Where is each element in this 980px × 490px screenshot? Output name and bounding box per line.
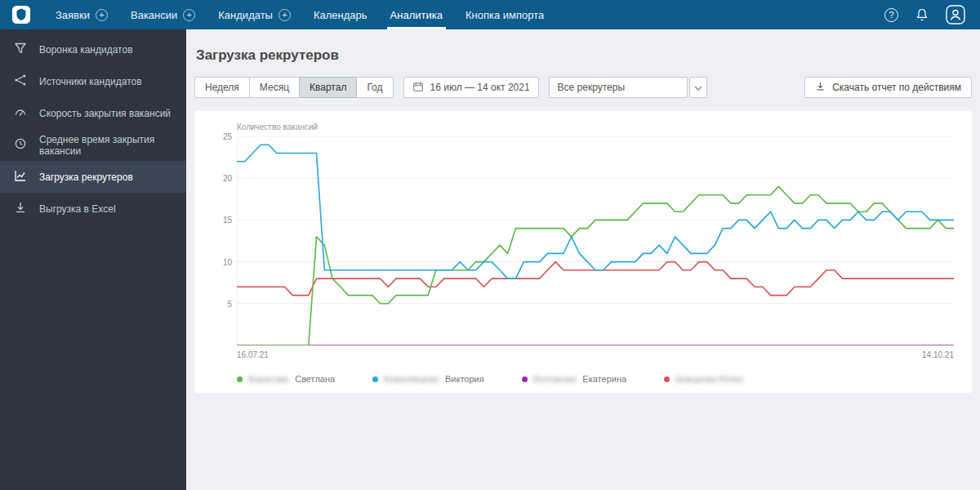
report-toolbar: Неделя Месяц Квартал Год 16 июл — 14 окт…: [194, 77, 972, 98]
recruiter-select-dropdown-button[interactable]: [689, 77, 707, 98]
legend-dot: [522, 376, 528, 382]
date-range-value: 16 июл — 14 окт 2021: [430, 82, 530, 93]
nav-item-analytics[interactable]: Аналитика: [379, 0, 454, 29]
download-report-button[interactable]: Скачать отчет по действиям: [804, 77, 972, 98]
sidebar-item-label: Выгрузка в Excel: [39, 203, 116, 215]
legend-label-blurred: Колтакова: [533, 374, 577, 384]
nav-item-label: Календарь: [314, 9, 368, 21]
nav-item-import[interactable]: Кнопка импорта: [454, 0, 555, 29]
calendar-icon: [412, 81, 424, 95]
plus-icon[interactable]: +: [96, 9, 108, 21]
x-axis-labels: 16.07.21 14.10.21: [237, 350, 954, 359]
sidebar-item-recruiter-load[interactable]: Загрузка рекрутеров: [0, 161, 186, 193]
chevron-down-icon: [694, 82, 702, 93]
plus-icon[interactable]: +: [278, 9, 291, 21]
nav-item-label: Кнопка импорта: [466, 9, 544, 21]
user-avatar[interactable]: [946, 5, 965, 24]
nav-item-calendar[interactable]: Календарь: [302, 0, 379, 29]
legend-dot: [237, 376, 243, 382]
legend-dot: [372, 376, 378, 382]
nav-item-requests[interactable]: Заявки +: [44, 0, 119, 29]
clock-icon: [14, 137, 27, 153]
legend-label: Светлана: [295, 374, 335, 384]
page-title: Загрузка рекрутеров: [196, 47, 972, 64]
line-chart: 510152025: [237, 136, 954, 345]
chart-legend: Борисова Светлана Ковалевцева Виктория К…: [237, 374, 954, 384]
download-icon: [815, 81, 826, 94]
sidebar-item-excel-export[interactable]: Выгрузка в Excel: [0, 193, 186, 225]
sidebar-item-closing-speed[interactable]: Скорость закрытия вакансий: [0, 97, 186, 129]
period-month-button[interactable]: Месяц: [249, 77, 300, 98]
plus-icon[interactable]: +: [183, 9, 195, 21]
nav-item-candidates[interactable]: Кандидаты +: [207, 0, 302, 29]
chart-svg: [237, 136, 954, 345]
legend-dot: [664, 376, 670, 382]
legend-label-blurred: Ковалевцева: [384, 374, 439, 384]
y-tick-label: 15: [211, 216, 232, 225]
analytics-sidebar: Воронка кандидатов Источники кандидатов …: [0, 29, 186, 490]
chart-y-axis-title: Количество вакансий: [237, 122, 954, 131]
sidebar-item-candidate-sources[interactable]: Источники кандидатов: [0, 65, 186, 97]
legend-item[interactable]: Шакурова Юлия: [664, 374, 750, 384]
x-axis-end-label: 14.10.21: [922, 350, 954, 359]
bell-icon[interactable]: [915, 7, 929, 22]
date-range-picker[interactable]: 16 июл — 14 окт 2021: [403, 77, 539, 98]
legend-label-blurred: Шакурова Юлия: [675, 374, 743, 384]
funnel-icon: [14, 42, 27, 57]
period-year-button[interactable]: Год: [356, 77, 393, 98]
help-icon[interactable]: ?: [884, 8, 898, 22]
y-tick-label: 25: [211, 132, 232, 141]
nav-item-label: Заявки: [56, 9, 90, 21]
nav-item-label: Кандидаты: [218, 9, 273, 21]
nav-item-label: Вакансии: [131, 9, 177, 21]
download-icon: [14, 201, 27, 216]
legend-label-blurred: Борисова: [248, 374, 288, 384]
sidebar-item-label: Среднее время закрытия вакансии: [39, 134, 172, 157]
y-tick-label: 20: [211, 174, 232, 183]
download-report-label: Скачать отчет по действиям: [832, 82, 961, 93]
legend-item[interactable]: Борисова Светлана: [237, 374, 335, 384]
sidebar-item-label: Воронка кандидатов: [39, 44, 133, 56]
y-tick-label: 5: [211, 299, 232, 308]
recruiter-select-value: Все рекрутеры: [558, 82, 625, 93]
legend-item[interactable]: Ковалевцева Виктория: [372, 374, 484, 384]
sidebar-item-label: Скорость закрытия вакансий: [39, 108, 171, 119]
main-menu: Заявки + Вакансии + Кандидаты + Календар…: [44, 0, 555, 29]
nav-item-label: Аналитика: [390, 9, 443, 21]
sidebar-item-label: Загрузка рекрутеров: [39, 172, 133, 183]
sidebar-item-label: Источники кандидатов: [39, 76, 142, 87]
x-axis-start-label: 16.07.21: [237, 350, 269, 359]
legend-label: Виктория: [445, 374, 484, 384]
sidebar-item-candidate-funnel[interactable]: Воронка кандидатов: [0, 33, 186, 65]
speedometer-icon: [14, 105, 27, 121]
y-tick-label: 10: [211, 257, 232, 266]
legend-item[interactable]: Колтакова Екатерина: [522, 374, 626, 384]
topbar-actions: ?: [884, 5, 980, 24]
app-logo-icon[interactable]: [11, 5, 31, 24]
period-week-button[interactable]: Неделя: [194, 77, 250, 98]
nav-item-vacancies[interactable]: Вакансии +: [119, 0, 207, 29]
main-content: Загрузка рекрутеров Неделя Месяц Квартал…: [186, 29, 980, 490]
period-quarter-button[interactable]: Квартал: [299, 77, 357, 98]
sidebar-item-average-closing-time[interactable]: Среднее время закрытия вакансии: [0, 129, 186, 161]
legend-label: Екатерина: [582, 374, 626, 384]
share-nodes-icon: [14, 74, 27, 89]
period-segmented-control: Неделя Месяц Квартал Год: [194, 77, 394, 98]
chart-card: Количество вакансий 510152025 16.07.21 1…: [194, 111, 972, 393]
line-chart-icon: [14, 169, 27, 185]
top-navigation-bar: Заявки + Вакансии + Кандидаты + Календар…: [0, 0, 980, 29]
recruiter-select[interactable]: Все рекрутеры: [549, 77, 688, 98]
